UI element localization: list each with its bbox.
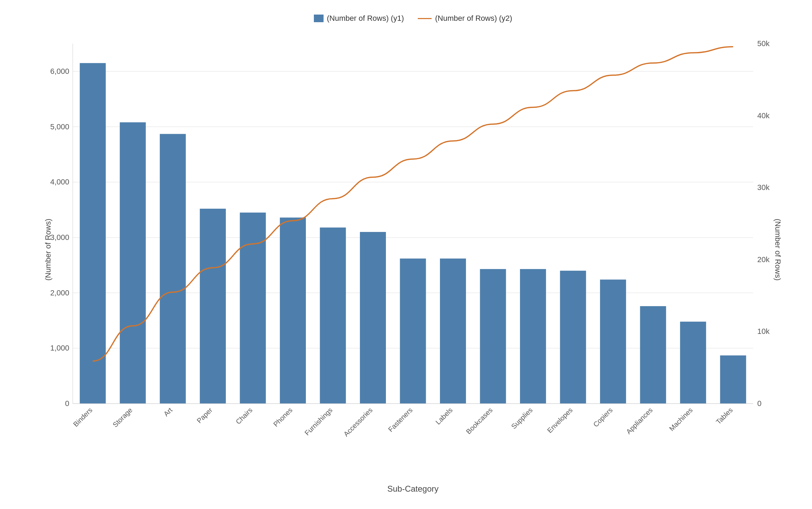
- svg-rect-28: [400, 259, 426, 404]
- svg-text:20k: 20k: [757, 255, 770, 264]
- svg-text:50k: 50k: [757, 39, 770, 48]
- svg-rect-31: [520, 269, 546, 404]
- svg-text:Accessories: Accessories: [342, 406, 374, 438]
- legend-bar: (Number of Rows) (y1): [314, 14, 404, 23]
- svg-text:6,000: 6,000: [50, 67, 69, 76]
- svg-rect-24: [240, 213, 266, 404]
- svg-text:1,000: 1,000: [50, 344, 69, 352]
- line-legend-label: (Number of Rows) (y2): [435, 14, 512, 23]
- svg-rect-23: [200, 209, 226, 404]
- svg-rect-29: [440, 259, 466, 404]
- svg-rect-30: [480, 269, 506, 404]
- x-axis-label: Sub-Category: [387, 484, 439, 494]
- svg-rect-33: [600, 279, 626, 404]
- svg-text:Fasteners: Fasteners: [387, 406, 414, 433]
- svg-text:Phones: Phones: [272, 406, 294, 428]
- svg-text:Supplies: Supplies: [510, 406, 534, 430]
- svg-text:Labels: Labels: [434, 406, 454, 426]
- svg-rect-22: [160, 134, 186, 404]
- svg-rect-36: [720, 355, 746, 404]
- svg-text:Paper: Paper: [195, 406, 214, 425]
- svg-text:5,000: 5,000: [50, 122, 69, 131]
- svg-text:Envelopes: Envelopes: [546, 406, 574, 434]
- svg-text:Storage: Storage: [111, 406, 134, 429]
- chart-svg: 01,0002,0003,0004,0005,0006,000010k20k30…: [42, 33, 784, 466]
- svg-text:Chairs: Chairs: [234, 406, 254, 425]
- svg-text:2,000: 2,000: [50, 288, 69, 297]
- svg-text:0: 0: [65, 399, 69, 408]
- svg-rect-21: [120, 122, 146, 404]
- svg-text:Art: Art: [162, 406, 174, 418]
- svg-text:10k: 10k: [757, 327, 770, 336]
- svg-text:30k: 30k: [757, 183, 770, 192]
- svg-rect-32: [560, 271, 586, 404]
- line-legend-icon: [418, 18, 432, 19]
- svg-text:Tables: Tables: [715, 406, 734, 425]
- y-left-axis-label: (Number of Rows): [44, 219, 53, 281]
- svg-text:Furnishings: Furnishings: [303, 406, 334, 437]
- svg-text:Machines: Machines: [668, 406, 694, 432]
- svg-text:Bookcases: Bookcases: [465, 406, 494, 435]
- chart-legend: (Number of Rows) (y1) (Number of Rows) (…: [42, 14, 784, 23]
- svg-rect-34: [640, 306, 666, 404]
- svg-rect-26: [320, 227, 346, 404]
- bar-legend-icon: [314, 15, 324, 22]
- svg-text:4,000: 4,000: [50, 178, 69, 186]
- y-right-axis-label: (Number of Rows): [773, 219, 782, 281]
- legend-line: (Number of Rows) (y2): [418, 14, 512, 23]
- svg-text:40k: 40k: [757, 111, 770, 120]
- chart-area: (Number of Rows) (Number of Rows) Sub-Ca…: [42, 33, 784, 466]
- svg-text:3,000: 3,000: [50, 233, 69, 242]
- chart-container: (Number of Rows) (y1) (Number of Rows) (…: [0, 0, 812, 509]
- svg-rect-35: [680, 322, 706, 404]
- svg-text:Copiers: Copiers: [592, 406, 614, 428]
- svg-rect-27: [360, 232, 386, 404]
- svg-text:0: 0: [757, 399, 761, 408]
- bar-legend-label: (Number of Rows) (y1): [327, 14, 404, 23]
- svg-text:Appliances: Appliances: [625, 406, 654, 435]
- svg-text:Binders: Binders: [72, 406, 94, 428]
- svg-rect-20: [80, 63, 106, 404]
- svg-rect-25: [280, 217, 306, 404]
